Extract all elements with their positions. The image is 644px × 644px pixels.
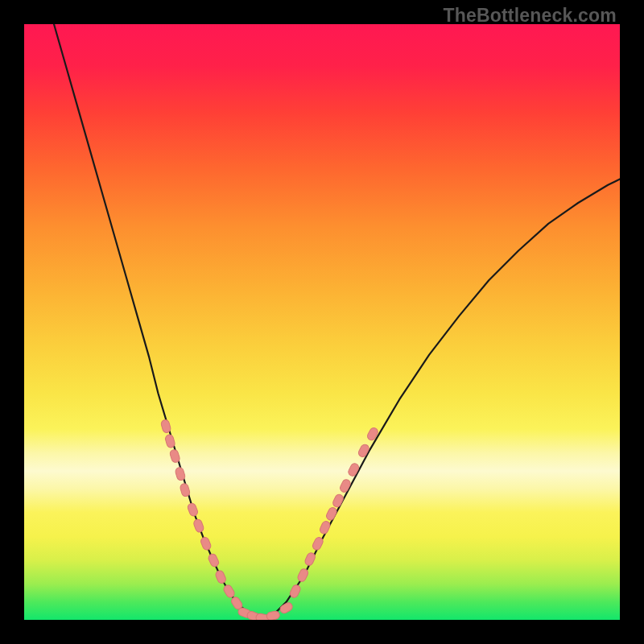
data-marker: [357, 443, 370, 458]
data-marker: [200, 536, 212, 551]
plot-area: [24, 24, 620, 620]
data-marker: [187, 502, 199, 518]
data-marker: [169, 448, 180, 463]
data-marker: [180, 483, 191, 497]
data-marker: [266, 610, 280, 620]
data-marker: [222, 584, 236, 599]
bottleneck-curve: [54, 24, 620, 618]
data-marker: [207, 553, 220, 568]
data-marker: [214, 569, 226, 584]
branding-watermark: TheBottleneck.com: [443, 5, 617, 27]
data-marker: [347, 462, 360, 477]
data-marker: [164, 434, 175, 448]
data-marker: [192, 518, 204, 533]
data-markers: [160, 419, 379, 620]
data-marker: [325, 506, 338, 522]
data-marker: [366, 427, 379, 442]
data-marker: [160, 419, 171, 433]
data-marker: [175, 467, 186, 481]
data-marker: [339, 478, 352, 493]
branding-text: TheBottleneck.com: [443, 5, 617, 26]
data-marker: [332, 493, 345, 509]
data-marker: [279, 601, 294, 615]
chart-svg: [24, 24, 620, 620]
chart-stage: TheBottleneck.com: [0, 0, 644, 644]
data-marker: [319, 520, 332, 535]
